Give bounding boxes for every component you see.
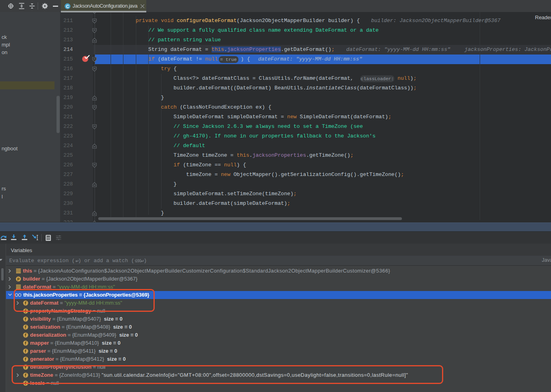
svg-text:C: C: [66, 4, 69, 9]
